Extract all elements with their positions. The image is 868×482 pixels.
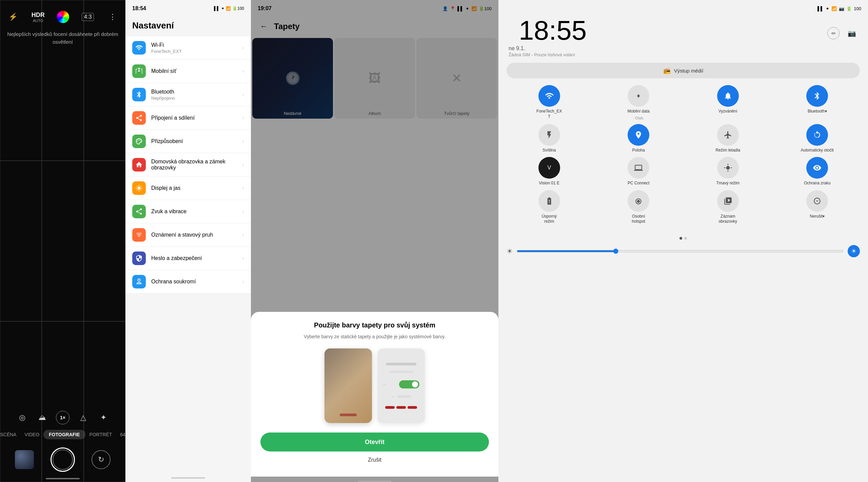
settings-item-homescreen[interactable]: Domovská obrazovka a zámek obrazovky › [125, 153, 251, 177]
settings-item-display[interactable]: Displej a jas › [125, 177, 251, 200]
wifi-item-text: Wi-Fi FoneTech_EXT [151, 42, 242, 54]
qs-bt-label: Bluetooth▾ [808, 109, 827, 114]
customize-chevron: › [242, 138, 244, 144]
hdr-control[interactable]: HDR AUTO [32, 12, 45, 23]
dialog-previews: ··· ··· [260, 348, 489, 423]
qs-eye-label: Ochrana zraku [804, 181, 831, 186]
qs-tile-darkmode[interactable]: Tmavý režim [685, 157, 771, 186]
qs-tile-torch[interactable]: Svítilna [507, 124, 592, 153]
qs-media-output-button[interactable]: 📻 Výstup médií [507, 63, 860, 78]
settings-item-wifi[interactable]: Wi-Fi FoneTech_EXT › [125, 36, 251, 60]
preview-toggle-label: ··· [383, 382, 386, 386]
brightness-adjust-button[interactable]: ☀ [848, 245, 860, 257]
qs-eye-icon-tile [806, 157, 828, 179]
qs-tile-vision[interactable]: V Vision 01 E [507, 157, 592, 186]
preview-action-dots [385, 406, 417, 409]
more-options-icon[interactable]: ⋮ [106, 11, 119, 23]
settings-item-privacy[interactable]: Ochrana soukromí › [125, 270, 251, 294]
settings-status-icons: ▌▌ ✦ 📶 🔋100 [214, 6, 244, 11]
aspect-ratio[interactable]: 4:3 [82, 13, 94, 21]
preview-radio-row: ··· [391, 395, 411, 399]
preview-bar-1 [386, 363, 416, 365]
qs-tile-bell[interactable]: Vyzvánění [685, 85, 771, 120]
qs-tile-hotspot[interactable]: Osobníhotspot · [596, 190, 682, 230]
qs-dot-1 [679, 237, 682, 240]
qs-status-bar: ▌▌ ✦ 📶 📷 🔋 100 [498, 0, 868, 17]
qs-tile-location[interactable]: Poloha [596, 124, 682, 153]
grid-cell-5 [42, 161, 83, 321]
shutter-inner [53, 449, 73, 470]
wifi-icon: 📶 [226, 6, 231, 11]
settings-item-mobile[interactable]: Mobilní síť › [125, 60, 251, 83]
privacy-label: Ochrana soukromí [151, 279, 242, 285]
qs-screen-icon: 📷 [839, 6, 844, 11]
qs-tile-autorotate[interactable]: Automaticky otočit [775, 124, 860, 153]
settings-item-notifications[interactable]: Oznámení a stavový pruh › [125, 223, 251, 247]
notifications-item-text: Oznámení a stavový pruh [151, 232, 242, 238]
qs-location-icon-tile [628, 124, 649, 146]
qs-camera-button[interactable]: 📷 [846, 27, 858, 39]
qs-torch-icon-tile [538, 124, 560, 146]
svg-point-1 [138, 140, 139, 141]
battery-icon: 🔋100 [232, 6, 244, 11]
qs-mobile-icon-tile [628, 85, 649, 107]
shutter-button[interactable] [51, 447, 75, 472]
qs-tile-eyeprotect[interactable]: Ochrana zraku [775, 157, 860, 186]
qs-vision-label: Vision 01 E [539, 181, 560, 186]
qs-tile-bluetooth[interactable]: Bluetooth▾ [775, 85, 860, 120]
settings-panel: 18:54 ▌▌ ✦ 📶 🔋100 Nastavení Wi-Fi FoneTe… [125, 0, 251, 482]
mode-video[interactable]: VIDEO [20, 430, 43, 439]
sharing-item-text: Připojení a sdílení [151, 115, 242, 121]
qs-tile-mobile-data[interactable]: Mobilní data · Chyb. [596, 85, 682, 120]
flash-icon[interactable]: ⚡ [7, 11, 19, 23]
macro-icon[interactable]: ◎ [15, 411, 29, 424]
mode-64mp[interactable]: 64 [116, 430, 125, 439]
qs-tile-airplane[interactable]: Režim letadla [685, 124, 771, 153]
wallpaper-panel: 19:07 👤 📍 ▌▌ ✦ 📶 🔋100 ← Tapety 🕐 Nedávné… [251, 0, 498, 482]
retouch-icon[interactable]: ✦ [97, 411, 110, 424]
qs-dot-2 [684, 237, 687, 240]
qs-tile-wifi[interactable]: FoneTech_EXT [507, 85, 592, 120]
display-label: Displej a jas [151, 185, 242, 191]
preview-toggle [399, 380, 419, 388]
dialog-open-button[interactable]: Otevřít [260, 433, 489, 451]
settings-item-security[interactable]: Heslo a zabezpečení › [125, 247, 251, 270]
settings-item-sharing[interactable]: Připojení a sdílení › [125, 106, 251, 130]
qs-tile-battery-saver[interactable]: Úspornýrežim [507, 190, 592, 230]
brightness-slider[interactable] [517, 250, 844, 252]
security-item-text: Heslo a zabezpečení [151, 255, 242, 261]
gallery-thumbnail[interactable] [15, 450, 34, 469]
qs-tile-screenrecord[interactable]: Záznamobrazovky [685, 190, 771, 230]
qs-wifi-icon: 📶 [831, 6, 837, 11]
timer-icon[interactable]: △ [76, 411, 90, 424]
color-mode-icon[interactable] [57, 11, 69, 23]
settings-item-customize[interactable]: Přizpůsobení › [125, 130, 251, 153]
dot-2 [396, 406, 406, 409]
qs-tile-dnd[interactable]: Nerušit▾ [775, 190, 860, 230]
qs-pc-label: PC Connect [628, 181, 650, 186]
preview-bar-2 [389, 371, 413, 373]
mode-photo[interactable]: FOTOGRAFIE [43, 430, 85, 439]
dialog-cancel-button[interactable]: Zrušit [260, 457, 489, 463]
qs-edit-button[interactable]: ✏ [827, 27, 840, 39]
qs-screenrecord-icon-tile [717, 190, 739, 212]
mode-portrait[interactable]: PORTRÉT [85, 430, 116, 439]
flip-camera-button[interactable]: ↻ [92, 450, 111, 469]
qs-torch-label: Svítilna [542, 148, 556, 153]
settings-title: Nastavení [125, 17, 251, 36]
customize-item-text: Přizpůsobení [151, 138, 242, 144]
mode-scene[interactable]: SCÉNA [0, 430, 20, 439]
qs-page-dots [498, 237, 868, 240]
zoom-button[interactable]: 1× [56, 411, 70, 424]
qs-mobile-label: Mobilní data [628, 109, 650, 114]
filter-icon[interactable]: ⛰ [36, 411, 49, 424]
hdr-label: HDR [32, 12, 45, 19]
qs-wifi-icon-tile [538, 85, 560, 107]
wifi-item-icon [132, 41, 146, 55]
qs-autorotate-icon-tile [806, 124, 828, 146]
qs-bell-icon-tile [717, 85, 739, 107]
preview-dots [340, 414, 357, 416]
settings-item-sound[interactable]: Zvuk a vibrace › [125, 200, 251, 223]
qs-tile-pcconnect[interactable]: PC Connect [596, 157, 682, 186]
settings-item-bluetooth[interactable]: Bluetooth Nepřipojeno › [125, 83, 251, 106]
